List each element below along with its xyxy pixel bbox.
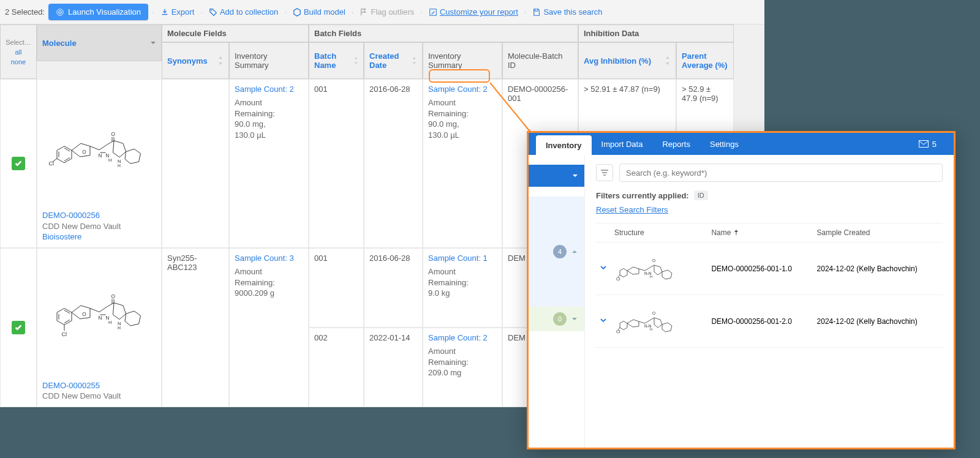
svg-text:O: O	[111, 294, 116, 299]
tab-inventory[interactable]: Inventory	[536, 135, 592, 155]
select-all-link[interactable]: all	[15, 48, 21, 56]
th-structure[interactable]: Structure	[611, 223, 707, 242]
svg-line-57	[645, 268, 650, 271]
svg-text:N: N	[99, 315, 102, 321]
column-header-inventory-summary-molecule[interactable]: Inventory Summary	[229, 42, 309, 79]
sidebar-dropdown[interactable]	[529, 165, 584, 187]
svg-marker-45	[113, 303, 126, 320]
row-checkbox[interactable]	[0, 79, 37, 248]
column-header-synonyms[interactable]: Synonyms	[162, 42, 229, 79]
filter-button[interactable]	[596, 164, 613, 181]
molecule-cell[interactable]: Cl O N N H O	[37, 79, 162, 248]
svg-line-56	[639, 269, 645, 271]
customize-report-link[interactable]: Customize your report	[426, 6, 521, 18]
svg-line-60	[650, 265, 654, 268]
svg-point-2	[59, 12, 61, 13]
table-row[interactable]: Cl N-N H O	[596, 295, 943, 348]
caret-down-icon	[572, 173, 578, 179]
column-header-batch-name[interactable]: Batch Name	[309, 42, 364, 79]
svg-text:O: O	[82, 312, 86, 317]
molecule-tag[interactable]: Bioisostere	[42, 231, 156, 242]
check-icon	[14, 159, 23, 168]
column-header-molecule[interactable]: Molecule	[37, 24, 162, 61]
synonyms-cell: Syn255-ABC123	[162, 248, 229, 407]
column-header-avg-inhibition[interactable]: Avg Inhibition (%)	[578, 42, 676, 79]
caret-down-icon	[150, 40, 156, 46]
structure-cell: Cl N-N H O	[611, 295, 707, 348]
flag-icon	[360, 8, 368, 17]
sample-count-link[interactable]: Sample Count: 2	[235, 84, 303, 94]
svg-marker-63	[662, 270, 672, 279]
amount-value: 130.0 µL	[235, 130, 303, 141]
svg-line-36	[99, 307, 108, 312]
notifications-button[interactable]: 5	[913, 133, 943, 155]
sample-count-link[interactable]: Sample Count: 1	[428, 253, 497, 263]
flag-outliers-link[interactable]: Flag outliers	[357, 6, 417, 18]
svg-line-14	[99, 144, 108, 149]
sample-count-link[interactable]: Sample Count: 3	[235, 253, 303, 263]
sort-icon	[412, 56, 417, 65]
sidebar-group-1[interactable]: 4	[529, 197, 584, 307]
column-header-molecule-batch-id[interactable]: Molecule-Batch ID	[502, 42, 578, 79]
hexagon-icon	[293, 8, 301, 17]
svg-line-41	[108, 303, 115, 307]
filter-chip-id[interactable]: ID	[694, 190, 708, 200]
batch-name-cell: 002	[309, 328, 364, 407]
molecule-id[interactable]: DEMO-0000255	[42, 380, 156, 391]
toolbar: 2 Selected: Launch Visualization · Expor…	[0, 0, 764, 24]
th-name[interactable]: Name	[707, 223, 813, 242]
vault-name: CDD New Demo Vault	[42, 391, 156, 402]
molecule-id[interactable]: DEMO-0000256	[42, 210, 156, 221]
target-icon	[56, 8, 64, 17]
svg-marker-75	[662, 323, 672, 332]
tab-settings[interactable]: Settings	[700, 133, 748, 155]
sample-count-link[interactable]: Sample Count: 2	[428, 333, 497, 342]
molecule-cell[interactable]: Cl O N N H O	[37, 248, 162, 407]
expand-row[interactable]	[596, 295, 611, 348]
group-header-row: Select… all none Molecule Molecule Field…	[0, 24, 764, 79]
svg-marker-62	[654, 265, 662, 275]
save-search-link[interactable]: Save this search	[530, 6, 605, 18]
group-header-batch-fields: Batch Fields	[309, 24, 578, 42]
svg-text:H: H	[650, 275, 652, 279]
expand-row[interactable]	[596, 242, 611, 295]
export-link[interactable]: Export	[158, 6, 197, 18]
th-sample-created[interactable]: Sample Created	[813, 223, 943, 242]
svg-point-3	[211, 10, 212, 11]
synonyms-cell	[162, 79, 229, 248]
tag-icon	[209, 8, 217, 17]
svg-line-35	[90, 309, 99, 312]
row-checkbox[interactable]	[0, 248, 37, 407]
column-header-parent-average[interactable]: Parent Average (%)	[676, 42, 734, 79]
inventory-created: 2024-12-02 (Kelly Bachovchin)	[813, 242, 943, 295]
reset-filters-link[interactable]: Reset Search Filters	[596, 205, 668, 214]
amount-value: 130.0 µL	[428, 130, 497, 141]
svg-text:O: O	[82, 149, 86, 154]
column-header-created-date[interactable]: Created Date	[364, 42, 423, 79]
svg-marker-67	[627, 320, 639, 327]
amount-label: Amount Remaining:	[235, 266, 303, 288]
sample-count-link[interactable]: Sample Count: 2	[428, 84, 497, 94]
select-none-link[interactable]: none	[11, 58, 26, 66]
sidebar-group-2[interactable]: 0	[529, 307, 584, 331]
svg-marker-52	[620, 269, 627, 277]
caret-down-icon	[571, 316, 578, 322]
build-model-link[interactable]: Build model	[290, 6, 348, 18]
svg-text:Cl: Cl	[62, 332, 67, 338]
launch-visualization-button[interactable]: Launch Visualization	[48, 4, 148, 20]
popover-sidebar: 4 0	[529, 155, 585, 448]
tab-import-data[interactable]: Import Data	[592, 133, 653, 155]
selected-count: 2 Selected:	[5, 7, 45, 17]
amount-label: Amount Remaining:	[428, 266, 497, 288]
search-input[interactable]	[619, 163, 943, 182]
tab-reports[interactable]: Reports	[652, 133, 700, 155]
column-header-inventory-summary-batch[interactable]: Inventory Summary	[423, 42, 502, 79]
add-to-collection-link[interactable]: Add to collection	[206, 6, 281, 18]
svg-marker-5	[57, 146, 72, 162]
svg-text:O: O	[652, 258, 655, 263]
table-row[interactable]: Cl N-N H O	[596, 242, 943, 295]
notifications-count: 5	[932, 140, 937, 149]
inventory-name: DEMO-0000256-001-2.0	[707, 295, 813, 348]
sort-icon	[353, 56, 358, 65]
inventory-summary-molecule-cell: Sample Count: 3 Amount Remaining: 9000.2…	[229, 248, 309, 407]
